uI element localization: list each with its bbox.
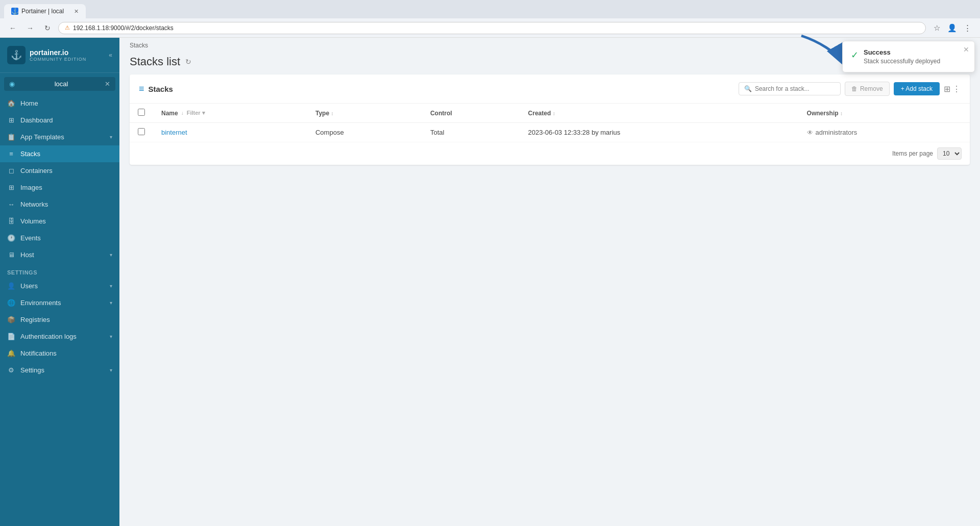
refresh-button[interactable]: ↻ xyxy=(185,58,191,66)
settings-icon: ⚙ xyxy=(7,366,15,374)
sort-icon[interactable]: ↓ xyxy=(181,110,184,116)
sidebar-item-home[interactable]: 🏠 Home xyxy=(0,95,119,112)
sidebar-item-stacks[interactable]: ≡ Stacks xyxy=(0,145,119,162)
more-options-icon[interactable]: ⋮ xyxy=(952,84,961,94)
sort-icon[interactable]: ↕ xyxy=(331,111,333,116)
env-close-button[interactable]: ✕ xyxy=(105,80,110,88)
menu-button[interactable]: ⋮ xyxy=(961,21,974,35)
sidebar-item-auth-logs[interactable]: 📄 Authentication logs ▾ xyxy=(0,328,119,345)
search-input[interactable] xyxy=(755,85,835,92)
type-col-header: Type ↕ xyxy=(307,104,422,123)
toast-close-button[interactable]: ✕ xyxy=(963,45,969,54)
stacks-card-icon: ≡ xyxy=(139,84,144,94)
sidebar-item-users[interactable]: 👤 Users ▾ xyxy=(0,278,119,294)
address-bar[interactable]: ⚠ 192.168.1.18:9000/#/2/docker/stacks xyxy=(58,22,926,34)
environments-icon: 🌐 xyxy=(7,299,15,307)
card-header: ≡ Stacks 🔍 🗑 Remove + Add stack xyxy=(130,74,970,104)
tab-close-button[interactable]: ✕ xyxy=(74,8,79,15)
sidebar-item-app-templates[interactable]: 📋 App Templates ▾ xyxy=(0,129,119,145)
notifications-icon: 🔔 xyxy=(7,349,15,357)
sidebar-item-label: Host xyxy=(20,251,34,259)
reload-button[interactable]: ↻ xyxy=(41,21,54,35)
row-ownership-cell: 👁 administrators xyxy=(799,123,970,142)
stack-link[interactable]: binternet xyxy=(161,129,187,136)
settings-section-title: Settings xyxy=(0,263,119,278)
sidebar-item-label: Users xyxy=(20,282,38,290)
row-checkbox[interactable] xyxy=(138,128,145,135)
sidebar-item-label: Authentication logs xyxy=(20,333,77,340)
sidebar-item-label: Notifications xyxy=(20,349,57,357)
registries-icon: 📦 xyxy=(7,316,15,323)
sidebar-item-containers[interactable]: ◻ Containers xyxy=(0,162,119,179)
sidebar-item-label: Volumes xyxy=(20,217,46,225)
sort-icon[interactable]: ↕ xyxy=(553,111,555,116)
card-header-left: ≡ Stacks xyxy=(139,84,733,94)
sidebar-item-label: Stacks xyxy=(20,150,40,158)
table-row: binternet Compose Total 2023-06-03 12:33… xyxy=(130,123,970,142)
sidebar-collapse-button[interactable]: « xyxy=(109,52,112,59)
table-body: binternet Compose Total 2023-06-03 12:33… xyxy=(130,123,970,142)
view-toggle[interactable]: ⊞ ⋮ xyxy=(944,84,961,94)
app-templates-icon: 📋 xyxy=(7,133,15,141)
table-footer: Items per page 10 25 50 xyxy=(130,142,970,165)
sidebar-nav: 🏠 Home ⊞ Dashboard 📋 App Templates ▾ ≡ S… xyxy=(0,93,119,526)
grid-view-icon[interactable]: ⊞ xyxy=(944,84,950,94)
ownership-label: Ownership xyxy=(807,110,839,117)
sort-icon[interactable]: ↕ xyxy=(840,111,843,116)
select-all-checkbox[interactable] xyxy=(138,109,145,116)
sidebar-item-label: Dashboard xyxy=(20,116,53,124)
sidebar-item-label: Home xyxy=(20,99,38,107)
chevron-down-icon: ▾ xyxy=(110,252,112,258)
success-toast: ✓ Success Stack successfully deployed ✕ xyxy=(842,41,975,72)
back-button[interactable]: ← xyxy=(6,21,19,35)
filter-button[interactable]: Filter ▾ xyxy=(187,110,205,116)
items-per-page-select[interactable]: 10 25 50 xyxy=(937,147,962,160)
sidebar-item-registries[interactable]: 📦 Registries xyxy=(0,311,119,328)
main-content: Stacks Stacks list ↻ ≡ Stacks 🔍 🗑 xyxy=(119,38,980,526)
sidebar-item-events[interactable]: 🕐 Events xyxy=(0,230,119,246)
images-icon: ⊞ xyxy=(7,184,15,191)
row-control-cell: Total xyxy=(422,123,520,142)
remove-button[interactable]: 🗑 Remove xyxy=(845,82,890,96)
sidebar-item-dashboard[interactable]: ⊞ Dashboard xyxy=(0,112,119,129)
browser-chrome: ⚓ Portainer | local ✕ xyxy=(0,0,980,18)
auth-logs-icon: 📄 xyxy=(7,333,15,340)
sidebar-item-notifications[interactable]: 🔔 Notifications xyxy=(0,345,119,362)
volumes-icon: 🗄 xyxy=(7,217,15,225)
add-stack-button[interactable]: + Add stack xyxy=(894,82,940,95)
forward-button[interactable]: → xyxy=(23,21,37,35)
ownership-value: administrators xyxy=(816,129,857,136)
app-layout: ⚓ portainer.io COMMUNITY EDITION « ◉ loc… xyxy=(0,38,980,526)
profile-button[interactable]: 👤 xyxy=(945,21,959,35)
stacks-table: Name ↓ Filter ▾ Type ↕ Control xyxy=(130,104,970,142)
table-head: Name ↓ Filter ▾ Type ↕ Control xyxy=(130,104,970,123)
tab-favicon: ⚓ xyxy=(11,8,18,15)
active-tab[interactable]: ⚓ Portainer | local ✕ xyxy=(4,4,86,18)
sidebar-item-networks[interactable]: ↔ Networks xyxy=(0,196,119,213)
sidebar-item-environments[interactable]: 🌐 Environments ▾ xyxy=(0,294,119,311)
type-label: Type xyxy=(315,110,329,117)
card-header-right: 🔍 🗑 Remove + Add stack ⊞ ⋮ xyxy=(739,82,961,96)
sidebar-item-images[interactable]: ⊞ Images xyxy=(0,179,119,196)
bookmark-button[interactable]: ☆ xyxy=(930,21,943,35)
sidebar-env[interactable]: ◉ local ✕ xyxy=(4,77,115,91)
env-name: local xyxy=(55,80,68,88)
browser-tabs: ⚓ Portainer | local ✕ xyxy=(4,0,86,18)
row-type-cell: Compose xyxy=(307,123,422,142)
security-icon: ⚠ xyxy=(65,24,70,31)
sidebar-item-label: Images xyxy=(20,184,42,191)
search-box[interactable]: 🔍 xyxy=(739,82,841,95)
users-icon: 👤 xyxy=(7,282,15,290)
logo-name: portainer.io xyxy=(30,48,86,57)
created-label: Created xyxy=(528,110,551,117)
home-icon: 🏠 xyxy=(7,99,15,107)
table-wrapper: Name ↓ Filter ▾ Type ↕ Control xyxy=(130,104,970,142)
sidebar-item-host[interactable]: 🖥 Host ▾ xyxy=(0,246,119,263)
sidebar-item-label: Settings xyxy=(20,366,44,374)
sidebar-item-settings[interactable]: ⚙ Settings ▾ xyxy=(0,362,119,379)
toast-title: Success xyxy=(864,48,940,56)
remove-icon: 🗑 xyxy=(851,85,857,92)
select-all-col xyxy=(130,104,153,123)
row-checkbox-cell xyxy=(130,123,153,142)
sidebar-item-volumes[interactable]: 🗄 Volumes xyxy=(0,213,119,230)
